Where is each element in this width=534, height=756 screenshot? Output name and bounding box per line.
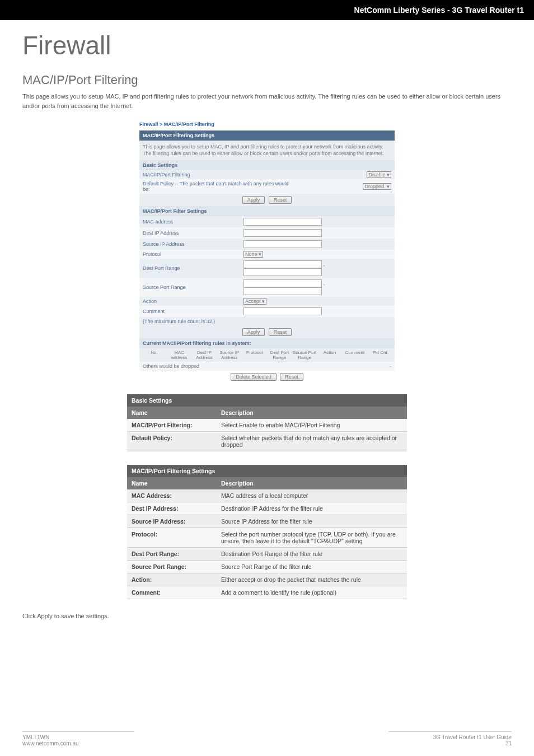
- cell-desc: Source Port Range of the filter rule: [217, 561, 407, 573]
- reset-button-3[interactable]: Reset: [280, 373, 303, 381]
- input-srcport-from[interactable]: [243, 279, 322, 287]
- cell-name: Dest Port Range:: [127, 548, 217, 561]
- table-row: Dest Port Range: Destination Port Range …: [127, 548, 407, 561]
- cell-desc: Select Enable to enable MAC/IP/Port Filt…: [217, 419, 407, 432]
- col-action: Action: [317, 350, 343, 360]
- col-desc-header: Description: [217, 477, 407, 489]
- col-name-header: Name: [127, 407, 217, 419]
- filtering-select[interactable]: Disable ▾: [367, 171, 391, 178]
- cell-name: Default Policy:: [127, 432, 217, 451]
- cell-desc: Select the port number protocol type (TC…: [217, 528, 407, 548]
- header-title: NetComm Liberty Series - 3G Travel Route…: [354, 6, 524, 15]
- col-mac: MAC address: [167, 350, 192, 360]
- apply-button-1[interactable]: Apply: [242, 196, 265, 204]
- cell-name: MAC/IP/Port Filtering:: [127, 419, 217, 432]
- cell-name: Protocol:: [127, 528, 217, 548]
- section-title: MAC/IP/Port Filtering: [22, 73, 512, 87]
- cell-name: Comment:: [127, 586, 217, 599]
- table-row: Comment: Add a comment to identify the r…: [127, 586, 407, 599]
- page-title: Firewall: [22, 30, 512, 60]
- col-comment: Comment: [342, 350, 367, 360]
- footer-guide-title: 3G Travel Router t1 User Guide: [388, 734, 512, 740]
- filter-settings-subhead: MAC/IP/Port Filter Settings: [139, 206, 395, 216]
- rules-table-header: No. MAC address Dest IP Address Source I…: [139, 348, 395, 362]
- delete-reset-row: Delete Selected Reset: [139, 371, 395, 383]
- input-mac[interactable]: [243, 218, 322, 226]
- label-comment: Comment: [143, 309, 243, 314]
- label-mac: MAC address: [143, 219, 243, 225]
- reset-button-1[interactable]: Reset: [269, 196, 292, 204]
- input-srcport-to[interactable]: [243, 287, 322, 295]
- row-protocol: Protocol None ▾: [139, 250, 395, 259]
- filtering-settings-title: MAC/IP/Port Filtering Settings: [127, 465, 407, 477]
- footer-right: 3G Travel Router t1 User Guide 31: [388, 731, 512, 746]
- cell-desc: Add a comment to identify the rule (opti…: [217, 586, 407, 599]
- col-pktcnt: Pkt Cnt: [367, 350, 392, 360]
- page-body: Firewall MAC/IP/Port Filtering This page…: [0, 20, 534, 636]
- table-row: Protocol: Select the port number protoco…: [127, 528, 407, 548]
- action-select[interactable]: Accept ▾: [243, 298, 266, 305]
- table-row: Source IP Address: Source IP Address for…: [127, 515, 407, 528]
- cell-desc: Destination Port Range of the filter rul…: [217, 548, 407, 561]
- input-destport-from[interactable]: [243, 260, 322, 268]
- basic-settings-title: Basic Settings: [127, 394, 407, 407]
- delete-selected-button[interactable]: Delete Selected: [231, 373, 277, 381]
- table-row: Action: Either accept or drop the packet…: [127, 573, 407, 586]
- basic-settings-subhead: Basic Settings: [139, 160, 395, 170]
- protocol-select[interactable]: None ▾: [243, 251, 263, 258]
- row-action: Action Accept ▾: [139, 297, 395, 306]
- cell-name: Action:: [127, 573, 217, 586]
- input-destip[interactable]: [243, 229, 322, 237]
- black-header-bar: NetComm Liberty Series - 3G Travel Route…: [0, 0, 534, 20]
- label-destip: Dest IP Address: [143, 230, 243, 236]
- panel-title: MAC/IP/Port Filtering Settings: [139, 130, 395, 141]
- row-destip: Dest IP Address: [139, 227, 395, 239]
- footer-model: YMLT1WN: [22, 734, 134, 740]
- col-srcport: Source Port Range: [292, 350, 317, 360]
- row-comment: Comment: [139, 306, 395, 317]
- input-srcip[interactable]: [243, 240, 322, 248]
- others-dropped-row: Others would be dropped -: [139, 362, 395, 371]
- row-destport: Dest Port Range -: [139, 259, 395, 278]
- save-note: Click Apply to save the settings.: [22, 613, 512, 619]
- cell-name: Dest IP Address:: [127, 502, 217, 515]
- cell-name: Source Port Range:: [127, 561, 217, 573]
- table-row: Default Policy: Select whether packets t…: [127, 432, 407, 451]
- default-policy-select[interactable]: Dropped. ▾: [363, 183, 391, 190]
- panel-description: This page allows you to setup MAC, IP an…: [139, 141, 395, 160]
- col-name-header: Name: [127, 477, 217, 489]
- cell-desc: Either accept or drop the packet that ma…: [217, 573, 407, 586]
- label-srcport: Source Port Range: [143, 284, 243, 290]
- row-filtering-label: MAC/IP/Port Filtering: [143, 172, 243, 178]
- reset-button-2[interactable]: Reset: [269, 328, 292, 336]
- col-desc-header: Description: [217, 407, 407, 419]
- footer-left: YMLT1WN www.netcomm.com.au: [22, 731, 134, 746]
- cell-name: Source IP Address:: [127, 515, 217, 528]
- row-srcip: Source IP Address: [139, 239, 395, 250]
- col-no: No.: [142, 350, 167, 360]
- row-maxrule: (The maximum rule count is 32.): [139, 317, 395, 326]
- row-srcport: Source Port Range -: [139, 278, 395, 297]
- table-row: MAC/IP/Port Filtering: Select Enable to …: [127, 419, 407, 432]
- cell-desc: Select whether packets that do not match…: [217, 432, 407, 451]
- input-destport-to[interactable]: [243, 268, 322, 276]
- label-protocol: Protocol: [143, 251, 243, 257]
- current-rules-subhead: Current MAC/IP/Port filtering rules in s…: [139, 338, 395, 348]
- table-row: MAC Address: MAC address of a local comp…: [127, 489, 407, 502]
- label-destport: Dest Port Range: [143, 265, 243, 271]
- breadcrumb: Firewall > MAC/IP/Port Filtering: [139, 119, 395, 130]
- apply-reset-row-1: Apply Reset: [139, 194, 395, 206]
- filtering-settings-table: MAC/IP/Port Filtering Settings Name Desc…: [127, 465, 407, 599]
- col-protocol: Protocol: [242, 350, 267, 360]
- col-srcip: Source IP Address: [217, 350, 242, 360]
- table-row: Source Port Range: Source Port Range of …: [127, 561, 407, 573]
- cell-desc: Source IP Address for the filter rule: [217, 515, 407, 528]
- input-comment[interactable]: [243, 307, 322, 315]
- footer-page-number: 31: [388, 740, 512, 746]
- apply-button-2[interactable]: Apply: [242, 328, 265, 336]
- admin-screenshot: Firewall > MAC/IP/Port Filtering MAC/IP/…: [138, 118, 396, 384]
- table-row: Dest IP Address: Destination IP Address …: [127, 502, 407, 515]
- row-default-policy-label: Default Policy -- The packet that don't …: [143, 181, 294, 192]
- cell-name: MAC Address:: [127, 489, 217, 502]
- cell-desc: MAC address of a local computer: [217, 489, 407, 502]
